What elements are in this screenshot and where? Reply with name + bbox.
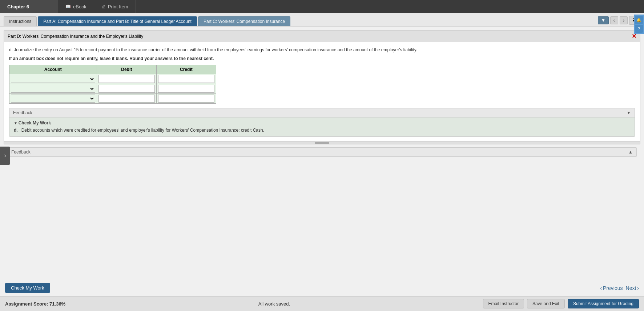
- save-exit-btn[interactable]: Save and Exit: [527, 299, 565, 308]
- next-btn[interactable]: Next ›: [626, 285, 639, 291]
- previous-label: Previous: [603, 285, 623, 291]
- help-icon[interactable]: ?: [635, 25, 643, 33]
- credit-input-1[interactable]: [158, 75, 214, 83]
- nav-left-btn[interactable]: ‹: [610, 16, 618, 24]
- credit-input-3[interactable]: [158, 95, 214, 103]
- side-help-panel: 🔔 ?: [634, 15, 644, 34]
- col-debit: Debit: [97, 65, 156, 74]
- inner-feedback-section: Feedback ▼ Check My Work d. Debit accoun…: [9, 108, 635, 137]
- scroll-thumb: [315, 142, 329, 144]
- debit-cell-1: [97, 74, 156, 84]
- bottom-bar: Assignment Score: 71.36% All work saved.…: [0, 296, 644, 311]
- col-account: Account: [9, 65, 97, 74]
- credit-cell-3: [156, 94, 216, 104]
- table-row: [9, 84, 216, 94]
- table-row: [9, 94, 216, 104]
- account-select-2[interactable]: [11, 85, 95, 93]
- credit-cell-2: [156, 84, 216, 94]
- next-arrow-icon: ›: [637, 285, 639, 291]
- journal-table: Account Debit Credit: [9, 65, 216, 104]
- sidebar-toggle[interactable]: ›: [0, 147, 10, 165]
- check-my-work-label: Check My Work: [14, 120, 630, 125]
- col-credit: Credit: [156, 65, 216, 74]
- account-select-3[interactable]: [11, 95, 95, 103]
- part-d-title: Part D: Workers' Compensation Insurance …: [8, 34, 143, 39]
- check-work-btn[interactable]: Check My Work: [5, 283, 50, 293]
- bell-icon[interactable]: 🔔: [635, 16, 643, 24]
- bottom-feedback-header[interactable]: Feedback ▲: [8, 148, 636, 156]
- account-cell-3: [9, 94, 97, 104]
- tab-part-c[interactable]: Part C: Workers' Compensation Insurance: [198, 16, 290, 26]
- account-cell-2: [9, 84, 97, 94]
- credit-input-2[interactable]: [158, 85, 214, 93]
- content-body: Part D: Workers' Compensation Insurance …: [0, 27, 644, 280]
- top-bar: Chapter 6 📖 eBook 🖨 Print Item: [0, 0, 644, 13]
- print-tab[interactable]: 🖨 Print Item: [94, 0, 136, 13]
- inner-feedback-body: Check My Work d. Debit accounts which we…: [9, 117, 635, 136]
- inner-feedback-label: Feedback: [13, 110, 32, 115]
- part-d-panel: Part D: Workers' Compensation Insurance …: [4, 30, 640, 144]
- debit-input-3[interactable]: [98, 95, 155, 103]
- bottom-feedback-section: Feedback ▲: [7, 147, 637, 157]
- instruction-main: d. Journalize the entry on August 15 to …: [9, 47, 635, 53]
- print-label: Print Item: [108, 4, 128, 9]
- previous-btn[interactable]: ‹ Previous: [600, 285, 623, 291]
- credit-cell-1: [156, 74, 216, 84]
- submit-assignment-btn[interactable]: Submit Assignment for Grading: [568, 299, 639, 308]
- scroll-indicator: [4, 141, 640, 144]
- chapter-title: Chapter 6: [0, 0, 58, 13]
- debit-cell-2: [97, 84, 156, 94]
- all-work-saved: All work saved.: [258, 301, 290, 307]
- instruction-note: If an amount box does not require an ent…: [9, 56, 635, 61]
- dropdown-btn[interactable]: ▼: [598, 16, 609, 24]
- debit-input-2[interactable]: [98, 85, 155, 93]
- inner-feedback-collapse-icon: ▼: [627, 110, 631, 115]
- ebook-tab[interactable]: 📖 eBook: [58, 0, 94, 13]
- debit-cell-3: [97, 94, 156, 104]
- part-d-header: Part D: Workers' Compensation Insurance …: [4, 31, 640, 42]
- tab-instructions[interactable]: Instructions: [4, 16, 37, 26]
- account-cell-1: [9, 74, 97, 84]
- bottom-feedback-label: Feedback: [11, 149, 31, 155]
- debit-input-1[interactable]: [98, 75, 155, 83]
- feedback-label-d: d.: [14, 128, 20, 133]
- inner-feedback-header[interactable]: Feedback ▼: [9, 108, 635, 117]
- assignment-score: Assignment Score: 71.36%: [5, 301, 65, 307]
- nav-tabs: Instructions Part A: Compensation Insura…: [0, 13, 644, 27]
- print-icon: 🖨: [101, 4, 106, 9]
- nav-right-btn[interactable]: ›: [620, 16, 628, 24]
- nav-footer: Check My Work ‹ Previous Next ›: [0, 280, 644, 296]
- feedback-text: d. Debit accounts which were credited fo…: [14, 127, 630, 133]
- account-select-1[interactable]: [11, 75, 95, 83]
- nav-arrows: ‹ Previous Next ›: [600, 285, 639, 291]
- ebook-label: eBook: [73, 4, 86, 9]
- prev-arrow-icon: ‹: [600, 285, 602, 291]
- main-content: Instructions Part A: Compensation Insura…: [0, 13, 644, 296]
- email-instructor-btn[interactable]: Email Instructor: [483, 299, 524, 308]
- feedback-content: Debit accounts which were credited for e…: [21, 128, 264, 133]
- tab-part-a[interactable]: Part A: Compensation Insurance and Part …: [38, 16, 197, 26]
- bottom-feedback-expand-icon: ▲: [628, 149, 633, 155]
- part-d-body: d. Journalize the entry on August 15 to …: [4, 42, 640, 141]
- table-row: [9, 74, 216, 84]
- ebook-icon: 📖: [65, 4, 71, 9]
- next-label: Next: [626, 285, 636, 291]
- bottom-actions: Email Instructor Save and Exit Submit As…: [483, 299, 639, 308]
